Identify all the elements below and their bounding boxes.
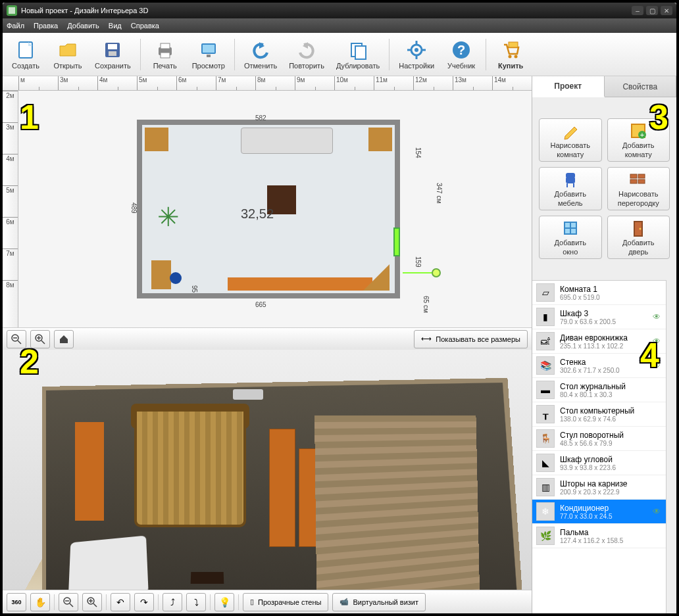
scene-row[interactable]: ❄Кондиционер77.0 x 33.0 x 24.5👁 [532,500,666,524]
toolbar-monitor[interactable]: Просмотр [189,38,228,71]
action-window[interactable]: Добавитьокно [539,216,602,259]
visibility-icon[interactable]: 👁 [653,312,662,321]
floor-plan-canvas[interactable]: ✳ 32,52 582 154 347 см 159 65 см 665 489 [18,91,532,327]
scrollbar[interactable] [666,280,676,613]
svg-text:+: + [640,131,644,139]
toolbar-save[interactable]: Сохранить [92,38,134,71]
scene-row[interactable]: ◣Шкаф угловой93.9 x 93.8 x 223.6 [532,451,666,475]
toolbar-help[interactable]: ?Учебник [443,38,479,71]
toolbar-redo[interactable]: Повторить [286,38,327,71]
toolbar-duplicate[interactable]: Дублировать [334,38,382,71]
monitor-icon [198,39,219,60]
room-area: 32,52 [241,206,274,222]
sofa-3d [68,535,149,590]
pan-button[interactable]: ✋ [30,593,50,611]
scene-row[interactable]: ▱Комната 1695.0 x 519.0 [532,281,666,305]
print-icon [155,39,176,60]
virtual-tour-button[interactable]: 📹Виртуальный визит [332,593,426,611]
item-thumbnail: ▱ [536,283,555,302]
show-sizes-button[interactable]: ⟷Показывать все размеры [414,330,528,348]
selection-handle-line [403,272,434,273]
plan-controls: ⟷Показывать все размеры [3,327,532,350]
tab-properties[interactable]: Свойства [605,76,677,97]
toolbar-undo[interactable]: Отменить [241,38,280,71]
furniture-cabinet[interactable] [145,128,168,151]
selected-ac[interactable] [393,227,400,256]
visibility-icon[interactable]: 👁 [653,507,662,516]
furniture-cabinet2[interactable] [368,128,392,151]
menubar: Файл Правка Добавить Вид Справка [3,18,676,33]
scene-row[interactable]: ┰Стол компьютерный138.0 x 62.9 x 74.6 [532,402,666,427]
home-button[interactable] [54,330,74,348]
svg-rect-8 [161,53,170,58]
room-outline[interactable]: ✳ 32,52 [137,120,400,298]
redo-icon [296,39,317,60]
item-thumbnail: 🪑 [536,429,555,448]
overlay-3: 3 [649,97,668,137]
menu-file[interactable]: Файл [7,22,24,30]
pencil-icon [561,122,580,140]
menu-view[interactable]: Вид [109,22,122,30]
action-pencil[interactable]: Нарисоватькомнату [539,118,602,162]
rotate-right-button[interactable]: ↷ [134,593,154,611]
svg-rect-13 [355,46,366,59]
curtains-3d [134,409,246,527]
svg-line-33 [70,604,73,607]
help-icon: ? [451,39,472,60]
selection-handle[interactable] [432,268,441,277]
item-thumbnail: ❄ [536,502,555,521]
menu-edit[interactable]: Правка [34,22,58,30]
door-icon [629,219,647,237]
light-button[interactable]: 💡 [214,593,234,611]
svg-rect-43 [566,173,575,178]
right-tabs: Проект Свойства [532,76,676,97]
ruler-horizontal: м3м4м5м6м7м8м9м10м11м12м13м14м [3,76,532,91]
item-thumbnail: ▮ [536,308,555,326]
furniture-desk[interactable] [151,260,171,289]
zoom-out-3d-button[interactable] [59,593,78,611]
menu-help[interactable]: Справка [131,22,159,30]
scene-row[interactable]: ▥Шторы на карнизе200.9 x 20.3 x 222.9 [532,475,666,500]
furniture-plant[interactable]: ✳ [149,197,188,237]
maximize-button[interactable]: ▢ [646,6,658,15]
close-button[interactable]: ✕ [661,6,672,15]
zoom-in-3d-button[interactable] [82,593,102,611]
toolbar-file[interactable]: Создать [8,38,43,71]
transparent-walls-button[interactable]: ▯Прозрачные стены [243,593,328,611]
action-wall[interactable]: Нарисоватьперегородку [607,167,670,210]
folder-icon [57,39,78,60]
svg-rect-4 [108,44,117,49]
3d-controls: 360 ✋ ↶ ↷ ⤴ ⤵ 💡 ▯Прозрачные стены 📹Вирту… [3,590,532,613]
window-title: Новый проект - Дизайн Интерьера 3D [21,7,148,14]
minimize-button[interactable]: – [632,6,643,15]
svg-rect-7 [161,43,170,49]
toolbar-print[interactable]: Печать [147,38,183,71]
furniture-sofa-top[interactable] [241,128,333,154]
toolbar-folder[interactable]: Открыть [50,38,86,71]
scene-row[interactable]: ▬Стол журнальный80.4 x 80.1 x 30.3 [532,378,666,402]
svg-point-15 [415,48,418,52]
tab-project[interactable]: Проект [532,76,605,97]
svg-line-29 [41,341,45,344]
toolbar-gear[interactable]: Настройки [396,38,437,71]
item-thumbnail: ▥ [536,478,555,496]
scene-row[interactable]: 🪑Стул поворотный48.5 x 56.6 x 79.9 [532,427,666,451]
furniture-wall-unit[interactable] [228,277,372,291]
menu-add[interactable]: Добавить [67,22,99,30]
overlay-1: 1 [20,97,39,137]
toolbar-cart[interactable]: Купить [493,38,528,71]
scene-row[interactable]: ▮Шкаф 379.0 x 63.6 x 200.5👁 [532,305,666,329]
svg-rect-11 [207,55,211,57]
svg-text:?: ? [457,43,465,57]
furniture-chair[interactable] [170,272,182,284]
tilt-up-button[interactable]: ⤴ [163,593,182,611]
action-door[interactable]: Добавитьдверь [607,216,670,259]
rotate-left-button[interactable]: ↶ [111,593,130,611]
rotate360-button[interactable]: 360 [7,593,26,611]
action-chair[interactable]: Добавитьмебель [539,167,602,210]
gear-icon [406,39,427,60]
3d-viewport[interactable] [3,350,532,590]
scene-row[interactable]: 🌿Пальма127.4 x 116.2 x 158.5 [532,524,666,548]
ruler-vertical: 2м3м4м5м6м7м8м [3,91,18,327]
tilt-down-button[interactable]: ⤵ [186,593,206,611]
